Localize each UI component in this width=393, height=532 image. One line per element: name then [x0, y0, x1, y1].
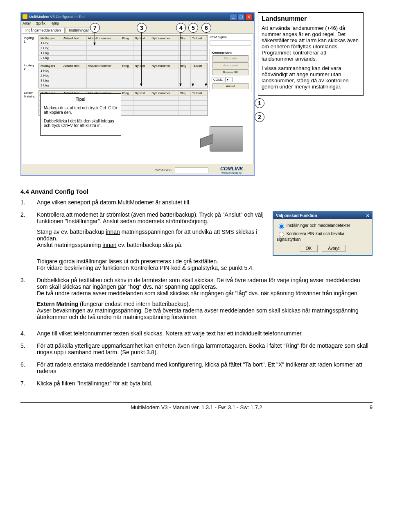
radio-option-1-label: Inställningar och meddelandetexter: [287, 223, 350, 228]
step-2d: Tidigare gjorda inställningar läses ut o…: [37, 258, 373, 265]
dialog-cancel-button[interactable]: Avbryt: [322, 245, 346, 252]
function-dialog: Välj önskad Funktion ✕ Inställningar och…: [273, 211, 373, 256]
step-2e: För vidare beskrivning av funktionen Kon…: [37, 265, 373, 271]
callout-7: 7: [90, 23, 100, 33]
step-1-text: Ange vilken serieport på datorn MultiMod…: [37, 199, 373, 206]
send-all-button[interactable]: Sänd alla: [212, 55, 249, 61]
section-extern-label: Extern Matning: [24, 90, 38, 116]
tips-box: Tips! Markera önskad text och tryck Ctrl…: [40, 93, 121, 136]
dialog-close-icon[interactable]: ✕: [366, 213, 369, 218]
dialog-ok-button[interactable]: OK: [300, 245, 318, 252]
close-button[interactable]: ✕: [245, 14, 253, 20]
tips-p2: Dubbelklicka i det fält den skall infoga…: [44, 119, 117, 128]
menu-hjalp[interactable]: Hjälp: [51, 21, 59, 25]
kommandon-title: Kommandon: [212, 51, 249, 54]
modem-illustration: [210, 126, 243, 152]
step-5-num: 5.: [20, 342, 37, 355]
section-4-4-title: 4.4 Använd Config Tool: [20, 188, 373, 195]
step-2b: Stäng av ev. batteribackup innan matning…: [37, 229, 266, 248]
minimize-button[interactable]: _: [230, 14, 237, 20]
step-4-text: Ange till vilket telefonnummer texten sk…: [37, 330, 373, 337]
tips-title: Tips!: [44, 97, 117, 102]
landsnummer-p2: I vissa sammanhang kan det vara nödvändi…: [262, 65, 360, 90]
step-3-num: 3.: [20, 277, 37, 324]
clear-button[interactable]: Rensa fält: [212, 69, 249, 75]
callout-2: 2: [255, 112, 264, 122]
advanced-button[interactable]: Avancerat: [212, 62, 249, 68]
window-title: MultiModem V3 Configuration Tool: [29, 15, 85, 19]
step-3a: Dubbelklicka på textfälten och skriv in …: [37, 277, 373, 290]
menu-sprak[interactable]: Språk: [36, 21, 46, 25]
grid-2[interactable]: MottagareAktuell text Aktuellt nummerRin…: [38, 63, 208, 88]
radio-option-2[interactable]: [279, 232, 284, 237]
page-footer: MultiModem V3 - Manual ver. 1.3.1 - Fw: …: [20, 402, 373, 410]
callout-1: 1: [255, 98, 264, 108]
step-6-num: 6.: [20, 361, 37, 374]
section-1-label: Ingång 1: [24, 35, 38, 61]
landsnummer-title: Landsnummer: [262, 15, 360, 23]
callout-5: 5: [188, 23, 198, 33]
com-port-dropdown-icon[interactable]: ▾: [225, 77, 233, 82]
tips-p1: Markera önskad text och tryck Ctrl+C för…: [44, 106, 117, 115]
step-4-num: 4.: [20, 330, 37, 337]
step-3b: De två undre raderna avser meddelanden s…: [37, 290, 373, 297]
landsnummer-box: Landsnummer Att använda landsnummer (+46…: [258, 12, 364, 96]
step-7-num: 7.: [20, 380, 37, 387]
callout-4: 4: [176, 23, 186, 33]
tab-ingangsmeddelanden[interactable]: Ingångsmeddelanden: [22, 27, 65, 33]
connect-button[interactable]: Anslut: [212, 83, 249, 89]
landsnummer-p1: Att använda landsnummer (+46) då nummer …: [262, 25, 360, 62]
fw-version-label: FW Version:: [154, 168, 172, 172]
step-7-text: Klicka på fliken "Inställningar" för att…: [37, 380, 373, 387]
gsm-signal-label: GSM signal: [210, 35, 251, 39]
radio-option-1[interactable]: [279, 224, 284, 229]
comlink-logo: COMLINK www.comlink.se: [211, 166, 253, 174]
com-port-field[interactable]: COM1: [212, 77, 224, 82]
menu-arkiv[interactable]: Arkiv: [23, 21, 31, 25]
gsm-signal-bar: [210, 41, 251, 45]
step-3d: Avser bevakningen av matningsspänning. D…: [37, 307, 373, 320]
step-2a: Kontrollera att modemet är strömlöst (äv…: [37, 211, 266, 224]
grid-1[interactable]: MottagareAktuell text Aktuellt nummerRin…: [38, 35, 208, 61]
step-5-text: För att påkalla ytterligare uppmärksamhe…: [37, 342, 373, 355]
step-2-num: 2.: [20, 211, 37, 252]
tab-installningar[interactable]: Inställningar: [66, 27, 93, 33]
callout-3: 3: [137, 23, 147, 33]
radio-option-2-label: Kontrollera PIN-kod och bevaka signalsty…: [277, 231, 344, 242]
maximize-button[interactable]: ▢: [237, 14, 245, 20]
window-titlebar: MultiModem V3 Configuration Tool _ ▢ ✕: [21, 13, 254, 21]
section-2-label: Ingång 2: [24, 63, 38, 88]
step-3c: Extern Matning (fungerar endast med inte…: [37, 301, 373, 307]
footer-center: MultiModem V3 - Manual ver. 1.3.1 - Fw: …: [0, 404, 393, 410]
step-1-num: 1.: [20, 199, 37, 206]
fw-version-field: [175, 168, 208, 173]
kommandon-panel: Kommandon Sänd alla Avancerat Rensa fält…: [210, 49, 251, 92]
dialog-title: Välj önskad Funktion: [276, 213, 317, 218]
callout-6: 6: [201, 23, 211, 33]
step-6-text: För att radera enstaka meddelande i samb…: [37, 361, 373, 374]
app-icon: [23, 14, 27, 19]
